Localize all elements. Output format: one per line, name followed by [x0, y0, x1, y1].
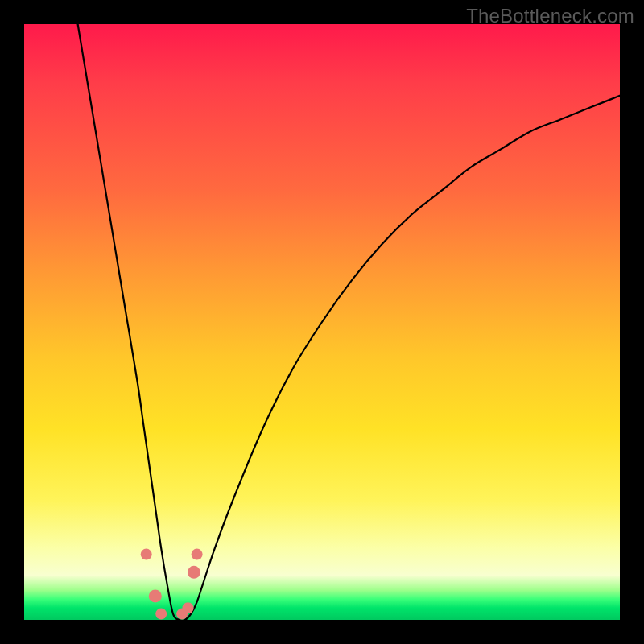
data-marker — [192, 549, 203, 560]
data-marker — [183, 602, 194, 613]
data-marker — [141, 549, 152, 560]
data-marker — [155, 609, 167, 620]
data-marker — [188, 566, 200, 579]
plot-area — [24, 24, 620, 620]
bottleneck-curve — [78, 24, 620, 621]
watermark-text: TheBottleneck.com — [466, 5, 634, 27]
curve-layer — [24, 24, 620, 620]
data-marker — [149, 589, 162, 602]
chart-frame: TheBottleneck.com — [0, 0, 644, 644]
